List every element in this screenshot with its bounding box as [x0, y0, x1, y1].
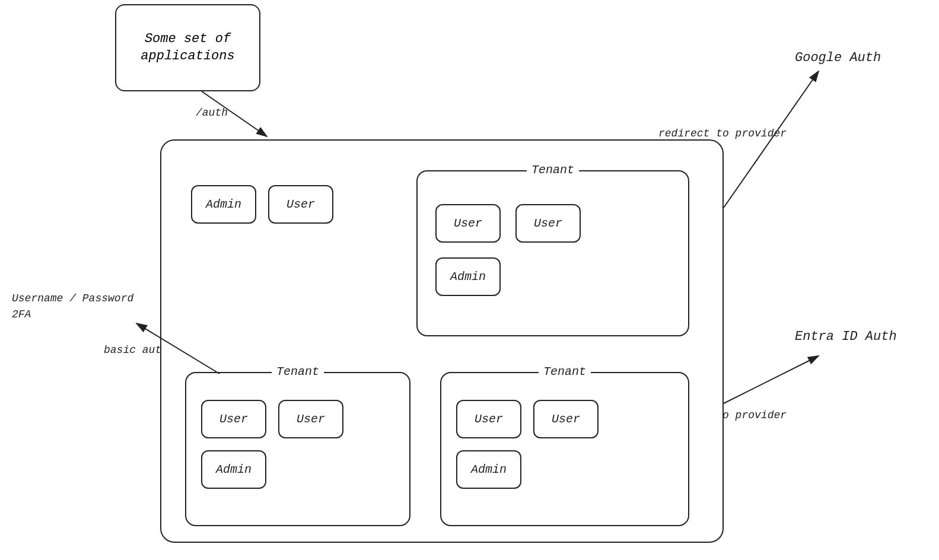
toplevel-user-box: User — [268, 185, 333, 224]
auth-path-label: /auth — [196, 107, 228, 119]
google-auth-label: Google Auth — [795, 50, 881, 65]
bl-user2-box: User — [278, 400, 343, 438]
tenant-bottom-right-label: Tenant — [539, 365, 591, 378]
google-auth-arrow — [724, 71, 819, 208]
br-admin-box: Admin — [456, 450, 521, 489]
bl-user1-box: User — [201, 400, 266, 438]
br-user2-box: User — [533, 400, 599, 438]
bl-admin-box: Admin — [201, 450, 266, 489]
main-container: Admin User Tenant User User Admin Tenant… — [160, 139, 724, 543]
tenant-bottom-right: Tenant User User Admin — [440, 372, 689, 526]
tenant-bottom-left-label: Tenant — [272, 365, 324, 378]
br-user1-box: User — [456, 400, 521, 438]
toplevel-admin-box: Admin — [191, 185, 256, 224]
entra-id-label: Entra ID Auth — [795, 329, 897, 344]
applications-label: Some set of applications — [116, 31, 259, 65]
toplevel-user-label: User — [287, 198, 315, 211]
tr-user2-box: User — [515, 204, 581, 243]
basic-auth-label: basic auth — [104, 344, 168, 356]
username-password-label: Username / Password 2FA — [12, 291, 133, 323]
diagram: Some set of applications /auth Admin Use… — [0, 0, 939, 560]
redirect-provider-top-label: redirect to provider — [658, 128, 787, 139]
applications-box: Some set of applications — [115, 4, 260, 91]
entra-id-arrow — [724, 356, 819, 403]
tenant-bottom-left: Tenant User User Admin — [185, 372, 410, 526]
tenant-top-right: Tenant User User Admin — [416, 170, 689, 336]
tr-user1-box: User — [435, 204, 501, 243]
tenant-top-right-label: Tenant — [527, 163, 579, 177]
toplevel-admin-label: Admin — [206, 198, 241, 211]
tr-admin-box: Admin — [435, 257, 501, 296]
